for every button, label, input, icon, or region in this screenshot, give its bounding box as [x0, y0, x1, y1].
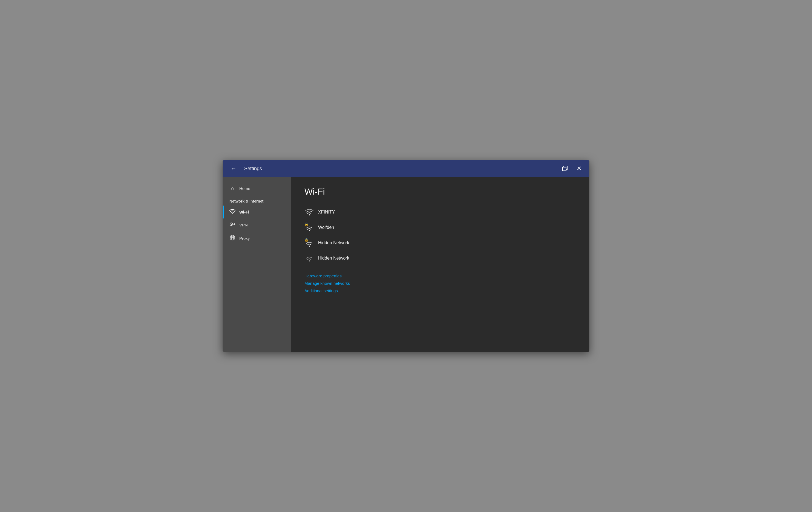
page-title: Wi-Fi: [304, 187, 576, 197]
svg-point-14: [309, 230, 310, 231]
sidebar: ⌂ Home Network & Internet Wi-Fi: [223, 177, 291, 352]
restore-icon: [562, 166, 568, 171]
back-button[interactable]: ←: [228, 164, 239, 173]
sidebar-item-vpn[interactable]: VPN: [223, 218, 291, 231]
close-button[interactable]: ✕: [574, 164, 584, 173]
svg-point-16: [309, 260, 310, 262]
sidebar-section-label: Network & Internet: [223, 195, 291, 206]
proxy-icon: [229, 235, 235, 242]
vpn-icon: [229, 222, 235, 228]
network-name-hidden-1: Hidden Network: [318, 240, 349, 245]
svg-point-13: [309, 214, 310, 215]
network-item-wolfden[interactable]: 🔒 Wolfden: [304, 220, 576, 235]
lock-icon-wolfden: 🔒: [304, 222, 309, 226]
sidebar-item-wifi[interactable]: Wi-Fi: [223, 206, 291, 218]
sidebar-vpn-label: VPN: [239, 222, 248, 227]
sidebar-home-label: Home: [239, 186, 250, 191]
svg-point-2: [232, 213, 233, 214]
svg-rect-1: [562, 167, 566, 171]
links-section: Hardware properties Manage known network…: [304, 273, 576, 293]
network-name-wolfden: Wolfden: [318, 225, 334, 230]
network-item-hidden-2[interactable]: Hidden Network: [304, 250, 576, 266]
restore-button[interactable]: [560, 165, 570, 172]
sidebar-proxy-label: Proxy: [239, 236, 250, 241]
window-controls: ✕: [560, 164, 584, 173]
network-item-hidden-1[interactable]: 🔒 Hidden Network: [304, 235, 576, 250]
wifi-signal-icon-xfinity: [304, 207, 314, 217]
hardware-properties-link[interactable]: Hardware properties: [304, 273, 576, 278]
wifi-signal-icon-hidden-2: [304, 253, 314, 263]
window-title: Settings: [244, 166, 560, 171]
sidebar-wifi-label: Wi-Fi: [239, 210, 250, 214]
titlebar: ← Settings ✕: [223, 160, 589, 177]
settings-window: ← Settings ✕ ⌂ Home Network & Internet: [223, 160, 589, 352]
lock-icon-hidden-1: 🔒: [304, 238, 309, 242]
window-body: ⌂ Home Network & Internet Wi-Fi: [223, 177, 589, 352]
home-icon: ⌂: [229, 186, 235, 191]
wifi-icon: [229, 209, 235, 215]
network-name-hidden-2: Hidden Network: [318, 256, 349, 261]
svg-point-15: [309, 246, 310, 247]
wifi-signal-icon-hidden-1: 🔒: [304, 238, 314, 248]
network-item-xfinity[interactable]: XFINITY: [304, 205, 576, 220]
network-name-xfinity: XFINITY: [318, 210, 335, 215]
svg-point-4: [231, 224, 232, 225]
sidebar-item-home[interactable]: ⌂ Home: [223, 182, 291, 195]
wifi-signal-icon-wolfden: 🔒: [304, 222, 314, 233]
additional-settings-link[interactable]: Additional settings: [304, 288, 576, 293]
sidebar-item-proxy[interactable]: Proxy: [223, 231, 291, 245]
manage-known-networks-link[interactable]: Manage known networks: [304, 281, 576, 286]
main-content: Wi-Fi XFINITY: [291, 177, 589, 352]
network-list: XFINITY 🔒 Wolfden: [304, 205, 576, 266]
